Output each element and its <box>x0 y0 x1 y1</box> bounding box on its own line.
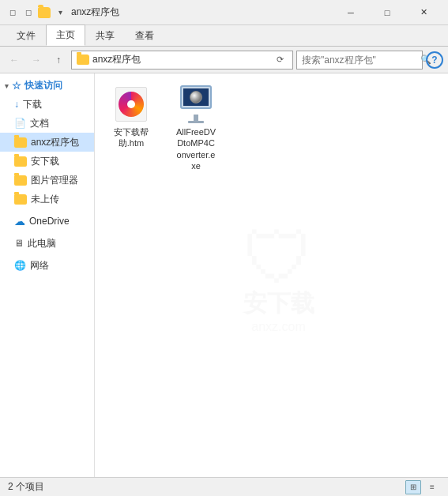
sidebar-item-label-anxz: anxz程序包 <box>31 136 79 149</box>
breadcrumb: anxz程序包 <box>92 53 269 66</box>
tab-file[interactable]: 文件 <box>6 25 46 46</box>
maximize-button[interactable]: □ <box>369 0 405 25</box>
sidebar-item-pc[interactable]: 🖥 此电脑 <box>0 234 94 253</box>
sidebar-item-download[interactable]: ↓ 下载 <box>0 95 94 114</box>
watermark-shield-icon: 🛡 <box>243 217 314 299</box>
pc-icon: 🖥 <box>14 238 24 249</box>
file-label-htm: 安下载帮助.htm <box>114 126 149 149</box>
window-title: anxz程序包 <box>71 6 119 19</box>
dropdown-icon: ▾ <box>54 6 66 19</box>
window-icon-2: ◻ <box>22 6 35 19</box>
sidebar-item-label-anzaiload: 安下载 <box>31 155 59 168</box>
window-icon-1: ◻ <box>6 6 19 19</box>
folder-icon-photosmgr <box>14 175 27 186</box>
cd-disc-icon <box>190 91 202 103</box>
back-button[interactable]: ← <box>5 51 24 70</box>
sidebar-section-quick-access: ▾ ☆ 快速访问 ↓ 下载 📄 文档 anxz程序包 安下载 <box>0 77 94 209</box>
download-icon: ↓ <box>14 99 19 110</box>
htm-icon-wrap <box>112 85 150 123</box>
sidebar-item-label-download: 下载 <box>23 98 42 111</box>
tab-share[interactable]: 共享 <box>85 25 125 46</box>
title-bar-controls: ─ □ ✕ <box>333 0 442 25</box>
chevron-down-icon: ▾ <box>5 82 9 90</box>
monitor-screen <box>183 88 209 106</box>
network-icon: 🌐 <box>14 260 26 271</box>
address-input-wrap[interactable]: anxz程序包 ⟳ <box>71 51 293 70</box>
sidebar-section-pc: 🖥 此电脑 <box>0 234 94 253</box>
star-icon: ☆ <box>12 80 21 92</box>
watermark-text: 安下载 <box>243 287 314 319</box>
title-bar: ◻ ◻ ▾ anxz程序包 ─ □ ✕ <box>0 0 448 25</box>
sidebar-pc-label: 此电脑 <box>28 237 56 250</box>
docs-icon: 📄 <box>14 118 26 129</box>
close-button[interactable]: ✕ <box>405 0 442 25</box>
up-button[interactable]: ↑ <box>49 51 68 70</box>
sidebar-item-label-photosmgr: 图片管理器 <box>31 174 78 187</box>
sidebar-onedrive-label: OneDrive <box>29 216 70 227</box>
refresh-button[interactable]: ⟳ <box>272 52 288 68</box>
view-list-button[interactable]: ≡ <box>424 480 440 494</box>
forward-button[interactable]: → <box>27 51 46 70</box>
htm-icon <box>114 85 149 123</box>
htm-file-bg <box>115 87 147 122</box>
sidebar-section-network: 🌐 网络 <box>0 256 94 275</box>
sidebar-item-notup[interactable]: 未上传 <box>0 190 94 209</box>
monitor-stand <box>194 115 198 121</box>
htm-swirl <box>119 92 144 117</box>
quick-access-label: 快速访问 <box>24 79 62 92</box>
files-grid: 安下载帮助.htm <box>103 81 440 175</box>
minimize-button[interactable]: ─ <box>333 0 369 25</box>
monitor-base <box>188 121 204 123</box>
view-buttons: ⊞ ≡ <box>405 480 440 494</box>
file-item-exe[interactable]: AllFreeDVDtoMP4Converter.exe <box>168 81 224 175</box>
file-item-htm[interactable]: 安下载帮助.htm <box>103 81 160 175</box>
title-bar-left: ◻ ◻ ▾ anxz程序包 <box>6 6 119 19</box>
title-bar-icons: ◻ ◻ ▾ <box>6 6 66 19</box>
sidebar-quick-access-header[interactable]: ▾ ☆ 快速访问 <box>0 77 94 95</box>
search-input[interactable] <box>302 54 420 66</box>
folder-icon-notup <box>14 194 27 205</box>
main-area: ▾ ☆ 快速访问 ↓ 下载 📄 文档 anxz程序包 安下载 <box>0 73 448 477</box>
sidebar-item-photosmgr[interactable]: 图片管理器 <box>0 171 94 190</box>
file-label-exe: AllFreeDVDtoMP4Converter.exe <box>176 126 216 171</box>
status-bar: 2 个项目 ⊞ ≡ <box>0 477 448 496</box>
help-button[interactable]: ? <box>426 51 443 69</box>
sidebar-item-anzaiload[interactable]: 安下载 <box>0 152 94 171</box>
folder-title-icon <box>38 7 51 18</box>
sidebar-item-label-notup: 未上传 <box>31 193 59 206</box>
view-grid-button[interactable]: ⊞ <box>405 480 421 494</box>
sidebar: ▾ ☆ 快速访问 ↓ 下载 📄 文档 anxz程序包 安下载 <box>0 73 95 477</box>
sidebar-section-onedrive: ☁ OneDrive <box>0 212 94 231</box>
ribbon: 文件 主页 共享 查看 <box>0 25 448 47</box>
exe-icon-wrap <box>177 85 215 123</box>
content-area: 🛡 安下载 anxz.com 安下载帮助.htm <box>95 73 448 477</box>
address-folder-icon <box>77 54 89 65</box>
sidebar-network-label: 网络 <box>30 259 49 272</box>
address-bar: ← → ↑ anxz程序包 ⟳ 🔍 ? <box>0 47 448 73</box>
sidebar-item-docs[interactable]: 📄 文档 <box>0 114 94 133</box>
tab-view[interactable]: 查看 <box>125 25 164 46</box>
watermark-url: anxz.com <box>251 319 305 333</box>
folder-icon-anzaiload <box>14 156 27 167</box>
watermark: 🛡 安下载 anxz.com <box>243 217 314 333</box>
sidebar-item-network[interactable]: 🌐 网络 <box>0 256 94 275</box>
htm-center <box>127 100 135 108</box>
exe-icon <box>179 85 213 123</box>
sidebar-item-anxz[interactable]: anxz程序包 <box>0 133 94 152</box>
ribbon-tabs: 文件 主页 共享 查看 <box>0 25 448 46</box>
monitor-body <box>180 85 212 109</box>
folder-icon-anxz <box>14 137 27 148</box>
sidebar-item-onedrive[interactable]: ☁ OneDrive <box>0 212 94 231</box>
tab-home[interactable]: 主页 <box>46 24 85 46</box>
onedrive-icon: ☁ <box>14 215 25 227</box>
status-count: 2 个项目 <box>8 480 44 494</box>
sidebar-item-label-docs: 文档 <box>30 117 49 130</box>
search-wrap[interactable]: 🔍 <box>296 51 423 70</box>
